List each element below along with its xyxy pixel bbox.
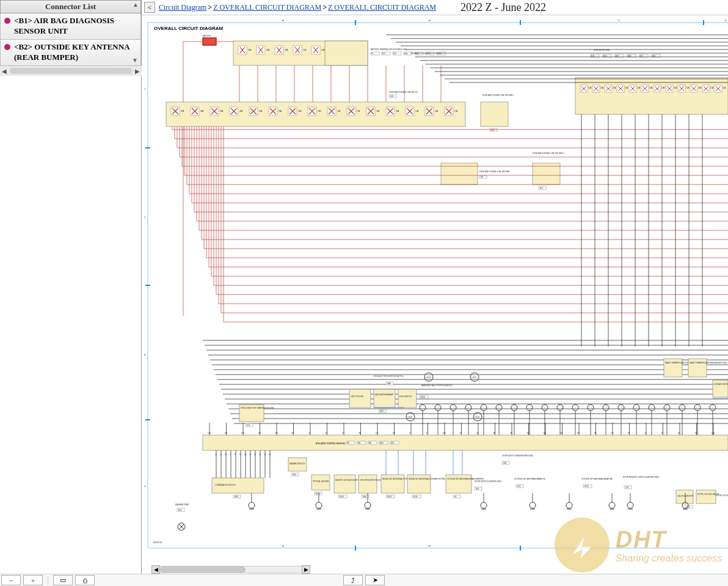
svg-text:A: A [282,19,284,22]
scroll-thumb[interactable] [160,566,246,573]
circuit-diagram-viewport[interactable]: A B C D A B C 1 2 3 4 OVERALL CIRCUIT DI… [142,15,728,574]
scroll-left-icon[interactable]: ◀ [0,68,9,75]
svg-point-560 [679,405,685,411]
page-icon-button[interactable]: ▭ [53,575,73,585]
svg-text:F222: F222 [437,53,442,55]
bullet-icon [4,44,10,50]
back-button[interactable]: < [144,2,155,13]
svg-text:B26: B26 [517,485,521,488]
svg-point-512 [627,502,633,508]
ground-symbols [249,493,688,509]
hazard-switch-block: HAZARD SWITCH M45 [288,458,307,476]
sidebar-item-b2[interactable]: <B2> OUTSIDE KEY ANTENNA (REAR BUMPER) ▼ [0,40,141,66]
svg-rect-446 [334,475,355,493]
svg-rect-336 [203,435,728,450]
svg-rect-73 [575,78,728,114]
svg-text:M9: M9 [358,442,360,444]
svg-text:M19: M19 [380,442,384,444]
svg-text:10A: 10A [321,49,324,51]
svg-point-509 [609,502,615,508]
svg-text:C: C [618,19,620,22]
svg-text:I-KEY SYSTEM: I-KEY SYSTEM [351,395,363,398]
outside-key-antenna-rear-lh-block: OUTSIDE KEY ANTENNA (REAR LH) B26 [514,478,545,488]
svg-text:E67: E67 [616,55,619,57]
svg-text:E23: E23 [247,424,250,427]
svg-point-536 [496,405,502,411]
svg-point-491 [249,502,255,508]
unlock-sensor-block: UNLOCK SENSOR [676,490,694,504]
inside-key-antenna-luggage-block: INSIDE KEY ANTENNA (LUGGAGE ROOM) B131 [407,475,445,498]
scroll-right-icon[interactable]: ▶ [133,68,142,75]
svg-text:D10: D10 [625,486,629,489]
svg-text:A: A [282,544,284,548]
svg-rect-480 [696,490,716,504]
push-button-ignition: PUSH-BUTTON IGNITION SWITCH M38 [374,375,403,385]
svg-point-532 [465,405,471,411]
breadcrumb-sep: > [208,3,212,12]
svg-point-530 [450,405,456,411]
breadcrumb-item[interactable]: Circuit Diagram [159,3,206,12]
scroll-left-icon[interactable]: ◀ [151,565,160,574]
jump-icon-button[interactable]: ⤴ [343,575,363,585]
svg-text:WASHER PUMP: WASHER PUMP [175,504,189,506]
svg-text:LOCK: LOCK [475,416,479,419]
svg-text:VANITY MIRROR LAMP (PASSENGER : VANITY MIRROR LAMP (PASSENGER SIDE) [690,362,727,364]
svg-text:10A: 10A [600,87,603,89]
svg-point-506 [566,502,572,508]
scroll-down-icon[interactable]: ▼ [132,56,138,64]
sidebar-item-b1[interactable]: <B1> AIR BAG DIAGNOSIS SENSOR UNIT [0,13,141,40]
breadcrumb-item[interactable]: Z OVERALL CIRCUIT DIAGRAM [328,3,436,12]
svg-text:D: D [725,19,727,22]
svg-text:INTELLIGENT KEY WARNING BUZZER: INTELLIGENT KEY WARNING BUZZER [241,407,274,409]
door-switch-driver-block: DOOR SWITCH (DRIVER SIDE) B34 [475,480,501,490]
door-lock-actuator-block: DOOR LOCK ACTUATOR [696,490,719,504]
svg-text:30A: 30A [278,110,282,112]
bcm-block: BCM (BODY CONTROL MODULE) M7M9M6M19M21 1… [203,423,728,478]
breadcrumb-item[interactable]: Z OVERALL CIRCUIT DIAGRAM [213,3,321,12]
diagram-hscroll[interactable]: ◀ ▶ [151,565,310,574]
svg-text:10A: 10A [686,87,689,89]
scroll-track[interactable] [10,68,132,74]
optical-sensor-block: OPTICAL SENSOR M112 [311,475,330,495]
svg-text:1: 1 [144,87,146,90]
svg-text:LOCK: LOCK [426,376,431,379]
scroll-track[interactable] [160,566,302,573]
svg-text:R17: R17 [640,55,644,57]
svg-text:E8: E8 [481,176,483,178]
svg-text:FUSE AND FUSIBLE LINK HOLDER: FUSE AND FUSIBLE LINK HOLDER [479,170,510,173]
svg-text:40A: 40A [285,49,288,51]
svg-text:BCM (BODY CONTROL MODULE): BCM (BODY CONTROL MODULE) [316,442,345,445]
pointer-icon-button[interactable]: ➤ [365,575,385,585]
svg-text:R80: R80 [628,55,632,57]
svg-point-554 [633,405,639,411]
bottom-toolbar: − + ▭ ⎙ ⤴ ➤ [0,574,728,586]
svg-text:BATTERY TERMINAL WITH FUSIBLE : BATTERY TERMINAL WITH FUSIBLE LINK [371,48,407,51]
sidebar-hscroll[interactable]: ◀ ▶ [0,66,142,76]
svg-text:20A: 20A [318,110,321,112]
document-title: 2022 Z - June 2022 [460,1,546,14]
combination-switch-block: COMBINATION SWITCH M28 [212,478,264,498]
svg-text:FUSE AND FUSIBLE LINK HOLDER 2: FUSE AND FUSIBLE LINK HOLDER 2 [533,152,564,155]
svg-text:OUTSIDE KEY ANTENNA (REAR RH): OUTSIDE KEY ANTENNA (REAR RH) [581,478,613,480]
fuse-fusible-block-main: FUSE AND FUSIBLE LINK BLOCK E24 80A30A40… [166,91,465,126]
ikey-system-block: I-KEY SYSTEM [349,389,371,408]
svg-text:HAZARD SWITCH: HAZARD SWITCH [289,463,305,465]
breadcrumb-bar: < Circuit Diagram > Z OVERALL CIRCUIT DI… [142,0,728,15]
washer-pump-block: WASHER PUMP E16 [175,504,189,530]
svg-point-550 [603,405,609,411]
svg-point-544 [557,405,563,411]
scroll-up-icon[interactable]: ▲ [133,1,139,8]
svg-text:R45: R45 [415,53,419,55]
svg-text:10A: 10A [454,110,457,112]
zoom-out-button[interactable]: − [1,575,21,585]
print-icon-button[interactable]: ⎙ [75,575,95,585]
fuse-block-jb: FUSE BLOCK (J/B) R16R13E67R80R17R35 10A1… [575,49,728,114]
svg-text:M45: M45 [293,474,296,476]
svg-text:UNLOCK SENSOR: UNLOCK SENSOR [677,495,694,497]
svg-point-538 [511,405,517,411]
scroll-right-icon[interactable]: ▶ [302,565,310,574]
svg-text:M48: M48 [363,496,366,498]
svg-text:10A: 10A [337,110,340,112]
zoom-in-button[interactable]: + [23,575,43,585]
svg-text:M21: M21 [391,442,395,444]
